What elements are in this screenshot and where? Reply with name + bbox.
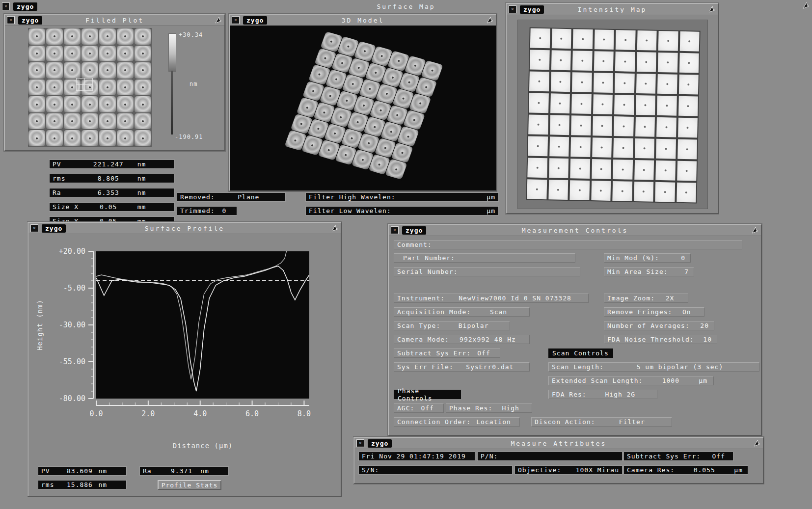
svg-text:-30.00: -30.00	[59, 321, 85, 329]
close-icon[interactable]	[391, 226, 399, 234]
intensity-map-frame	[517, 20, 708, 209]
objective-field: Objective:100X Mirau	[514, 465, 623, 475]
measurement-controls-title: Measurement Controls	[389, 227, 761, 234]
measure-attributes-window: zygo Measure Attributes Fri Nov 29 01:47…	[353, 437, 764, 484]
image-zoom-field[interactable]: Image Zoom:2X	[604, 294, 688, 303]
stat-ra: Ra6.353nm	[49, 188, 175, 197]
fda-res-field[interactable]: FDA Res:High 2G	[548, 390, 657, 399]
measure-attributes-title: Measure Attributes	[354, 440, 763, 447]
pn-field[interactable]: P/N:	[477, 452, 623, 461]
sys-err-file-field[interactable]: Sys Err File:SysErr0.dat	[394, 362, 530, 372]
fda-noise-threshold-field[interactable]: FDA Noise Threshold:10	[604, 335, 717, 344]
acquisition-mode-field[interactable]: Acquisition Mode:Scan	[394, 307, 530, 317]
measurement-controls-titlebar[interactable]: zygo Measurement Controls	[389, 225, 761, 236]
zygo-logo: zygo	[243, 16, 267, 25]
extended-scan-length-field[interactable]: Extended Scan Length:1000µm	[548, 376, 714, 385]
part-number-field[interactable]: Part Number:	[394, 253, 575, 263]
intensity-map-titlebar[interactable]: zygo Intensity Map	[507, 4, 718, 15]
model-3d-title: 3D Model	[230, 17, 496, 24]
stat-rms: rms8.805nm	[49, 174, 175, 183]
pin-icon[interactable]	[802, 1, 810, 9]
scan-type-field[interactable]: Scan Type:Bipolar	[394, 321, 510, 330]
pin-icon[interactable]	[708, 5, 716, 13]
model-3d-titlebar[interactable]: zygo 3D Model	[230, 15, 496, 26]
colorbar-unit: nm	[189, 80, 197, 87]
surface-profile-title: Surface Profile	[28, 225, 341, 232]
zygo-logo: zygo	[368, 439, 392, 448]
colorbar-max: +30.34	[179, 31, 203, 38]
x-axis-label: Distance (µm)	[96, 442, 309, 450]
min-area-size-field[interactable]: Min Area Size:7	[604, 267, 694, 276]
measurement-controls-window: zygo Measurement Controls Comment: Part …	[388, 224, 762, 436]
surface-profile-chart[interactable]: +20.00-5.00-30.00-55.00-80.000.02.04.06.…	[57, 246, 314, 428]
removed-field: Removed:Plane	[177, 192, 286, 202]
min-mod-field[interactable]: Min Mod (%):0	[604, 253, 691, 263]
metropro-desktop: zygo Surface Map zygo Filled Plot +30.34…	[0, 0, 812, 509]
comment-field[interactable]: Comment:	[394, 240, 742, 249]
zygo-logo: zygo	[42, 224, 66, 233]
svg-text:-80.00: -80.00	[59, 394, 85, 403]
agc-field[interactable]: AGC:Off	[394, 403, 444, 413]
surface-profile-titlebar[interactable]: zygo Surface Profile	[28, 223, 341, 234]
instrument-field[interactable]: Instrument:NewView7000 Id 0 SN 073328	[394, 294, 589, 303]
phase-controls-label: Phase Controls	[394, 390, 461, 399]
phase-res-field[interactable]: Phase Res:High	[446, 403, 532, 413]
close-icon[interactable]	[7, 16, 15, 24]
svg-text:0.0: 0.0	[89, 409, 103, 418]
svg-text:4.0: 4.0	[193, 409, 207, 418]
stat-size-x: Size X0.05mm	[49, 202, 175, 212]
pin-icon[interactable]	[751, 226, 759, 234]
model-3d-object	[284, 31, 444, 180]
colorbar	[168, 33, 176, 72]
close-icon[interactable]	[30, 224, 38, 232]
colorbar-stem	[171, 71, 173, 134]
pin-icon[interactable]	[331, 224, 339, 232]
filter-low-field[interactable]: Filter Low Wavelen:µm	[305, 206, 499, 215]
camera-res-field: Camera Res:0.055µm	[623, 465, 748, 475]
model-3d-window: zygo 3D Model	[229, 14, 497, 191]
svg-text:2.0: 2.0	[141, 409, 155, 418]
stat-pv: PV221.247nm	[49, 160, 175, 169]
subtract-sys-err-field[interactable]: Subtract Sys Err:Off	[394, 348, 500, 358]
scan-controls-label: Scan Controls	[548, 348, 613, 358]
pin-icon[interactable]	[753, 439, 761, 447]
zygo-logo: zygo	[13, 2, 37, 11]
filled-plot-window: zygo Filled Plot +30.34 nm -190.91	[4, 14, 225, 151]
svg-text:+20.00: +20.00	[59, 247, 85, 256]
profile-stat-rms: rms15.886nm	[38, 480, 127, 489]
profile-stat-pv: PV83.609nm	[38, 466, 127, 476]
svg-text:8.0: 8.0	[298, 409, 311, 418]
discon-action-field[interactable]: Discon Action:Filter	[531, 417, 672, 427]
remove-fringes-field[interactable]: Remove Fringes:On	[604, 307, 704, 317]
close-icon[interactable]	[232, 16, 240, 24]
filled-plot-image[interactable]	[28, 28, 152, 147]
serial-number-field[interactable]: Serial Number:	[394, 267, 580, 276]
timestamp-field: Fri Nov 29 01:47:19 2019	[358, 452, 475, 461]
svg-text:6.0: 6.0	[245, 409, 259, 418]
number-of-averages-field[interactable]: Number of Averages:20	[604, 321, 714, 330]
sn-field[interactable]: S/N:	[358, 465, 513, 475]
close-icon[interactable]	[356, 439, 364, 447]
svg-text:-5.00: -5.00	[63, 284, 85, 293]
close-icon[interactable]	[2, 2, 10, 10]
pin-icon[interactable]	[486, 16, 494, 24]
surface-profile-window: zygo Surface Profile +20.00-5.00-30.00-5…	[27, 222, 342, 497]
profile-stats-button[interactable]: Profile Stats	[158, 480, 221, 490]
measure-attributes-titlebar[interactable]: zygo Measure Attributes	[354, 438, 763, 449]
camera-mode-field[interactable]: Camera Mode:992x992 48 Hz	[394, 335, 530, 344]
ma-subtract-sys-err-field: Subtract Sys Err:Off	[623, 452, 733, 461]
connection-order-field[interactable]: Connection Order:Location	[394, 417, 520, 427]
crosshair-marker	[76, 78, 93, 91]
zygo-logo: zygo	[18, 16, 42, 25]
intensity-map-window: zygo Intensity Map	[506, 3, 719, 214]
filter-high-field[interactable]: Filter High Wavelen:µm	[305, 192, 499, 202]
colorbar-min: -190.91	[175, 134, 203, 140]
zygo-logo: zygo	[402, 226, 426, 235]
filled-plot-titlebar[interactable]: zygo Filled Plot	[5, 15, 224, 26]
intensity-map-image[interactable]	[526, 27, 700, 203]
pin-icon[interactable]	[215, 16, 222, 24]
model-3d-viewport[interactable]	[230, 26, 496, 190]
y-axis-label: Height (nm)	[36, 288, 44, 362]
close-icon[interactable]	[509, 5, 516, 13]
scan-length-field[interactable]: Scan Length:5 um bipolar (3 sec)	[548, 362, 759, 372]
